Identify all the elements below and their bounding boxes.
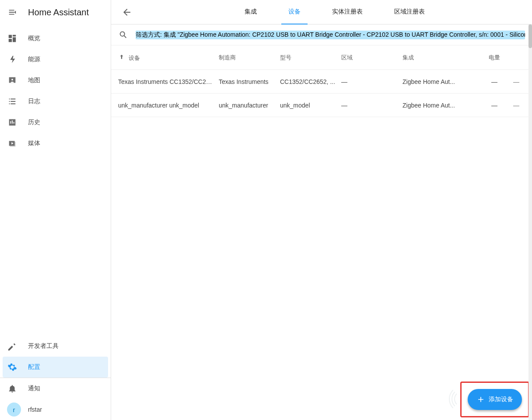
vertical-scrollbar[interactable] [528,24,532,420]
tab-devices[interactable]: 设备 [281,0,308,24]
sidebar-item-map[interactable]: 地图 [0,70,111,91]
arrow-left-icon [122,7,132,17]
sidebar-item-devtools[interactable]: 开发者工具 [0,336,111,357]
plus-icon [476,395,485,404]
map-person-icon [7,75,18,86]
sidebar-item-notifications[interactable]: 通知 [0,378,111,399]
chart-icon [7,117,18,128]
cell-manufacturer: unk_manufacturer [219,102,280,109]
gear-icon [7,362,18,372]
bell-icon [7,383,18,394]
sidebar-item-user[interactable]: r rfstar [0,399,111,420]
toolbar: 集成 设备 实体注册表 区域注册表 [111,0,532,24]
cell-model: CC1352/CC2652, ... [280,78,341,85]
sidebar-item-config[interactable]: 配置 [3,357,108,378]
fab-label: 添加设备 [489,396,513,403]
sidebar-item-label: 通知 [28,385,40,392]
bolt-icon [7,54,18,65]
sidebar-item-label: 日志 [28,97,40,105]
cell-area: — [341,102,402,109]
sidebar: Home Assistant 概览 能源 地图 日志 历史 媒体 [0,0,111,420]
svg-point-0 [11,79,13,80]
cell-integration: Zigbee Home Aut... [402,102,481,109]
fab-highlight-box: 添加设备 [460,382,529,417]
media-icon [7,138,18,149]
tabs: 集成 设备 实体注册表 区域注册表 [137,0,532,24]
sidebar-item-history[interactable]: 历史 [0,112,111,133]
sidebar-item-label: 开发者工具 [28,342,59,350]
sidebar-item-label: 媒体 [28,139,40,147]
sidebar-item-media[interactable]: 媒体 [0,133,111,154]
tab-entities[interactable]: 实体注册表 [325,0,370,24]
cell-integration: Zigbee Home Aut... [402,78,481,85]
devices-table: 设备 制造商 型号 区域 集成 电量 Texas Instruments CC1… [111,45,532,420]
search-input[interactable] [136,31,525,38]
cell-extra: — [508,102,525,109]
back-button[interactable] [116,2,137,23]
col-integration[interactable]: 集成 [402,54,481,62]
col-area[interactable]: 区域 [341,54,402,62]
cell-manufacturer: Texas Instruments [219,78,280,85]
sidebar-item-label: 配置 [28,363,40,371]
sidebar-nav: 概览 能源 地图 日志 历史 媒体 [0,24,111,336]
search-bar [111,24,532,45]
sidebar-nav-lower: 开发者工具 配置 [0,336,111,378]
tab-areas[interactable]: 区域注册表 [387,0,432,24]
col-model[interactable]: 型号 [280,54,341,62]
hammer-icon [7,341,18,351]
col-battery[interactable]: 电量 [481,54,508,62]
table-row[interactable]: unk_manufacturer unk_model unk_manufactu… [111,94,532,117]
sidebar-item-logbook[interactable]: 日志 [0,91,111,112]
dashboard-icon [7,33,18,44]
cell-model: unk_model [280,102,341,109]
cell-device: unk_manufacturer unk_model [118,102,219,109]
cell-extra: — [508,78,525,85]
col-device[interactable]: 设备 [118,53,219,62]
list-icon [7,96,18,107]
sidebar-item-energy[interactable]: 能源 [0,49,111,70]
cell-area: — [341,78,402,85]
menu-collapse-icon [7,7,17,17]
sidebar-item-label: 概览 [28,35,40,42]
tab-integrations[interactable]: 集成 [238,0,264,24]
sidebar-footer: 通知 r rfstar [0,378,111,420]
cell-device: Texas Instruments CC1352/CC26... [118,78,219,85]
cell-battery: — [481,78,508,85]
collapse-sidebar-button[interactable] [7,7,18,17]
user-name: rfstar [28,406,42,413]
main-panel: 集成 设备 实体注册表 区域注册表 设备 制造商 型号 区域 集成 电量 Tex… [111,0,532,420]
search-icon [118,30,129,40]
table-row[interactable]: Texas Instruments CC1352/CC26... Texas I… [111,70,532,94]
scrollbar-thumb[interactable] [528,24,532,48]
user-avatar: r [7,403,21,417]
sidebar-item-label: 历史 [28,118,40,126]
app-title: Home Assistant [28,7,89,17]
cell-battery: — [481,102,508,109]
sort-asc-icon [118,53,125,60]
sidebar-item-overview[interactable]: 概览 [0,28,111,49]
add-device-button[interactable]: 添加设备 [468,389,522,410]
table-header-row: 设备 制造商 型号 区域 集成 电量 [111,45,532,70]
col-manufacturer[interactable]: 制造商 [219,54,280,62]
sidebar-item-label: 能源 [28,56,40,63]
sidebar-item-label: 地图 [28,76,40,84]
